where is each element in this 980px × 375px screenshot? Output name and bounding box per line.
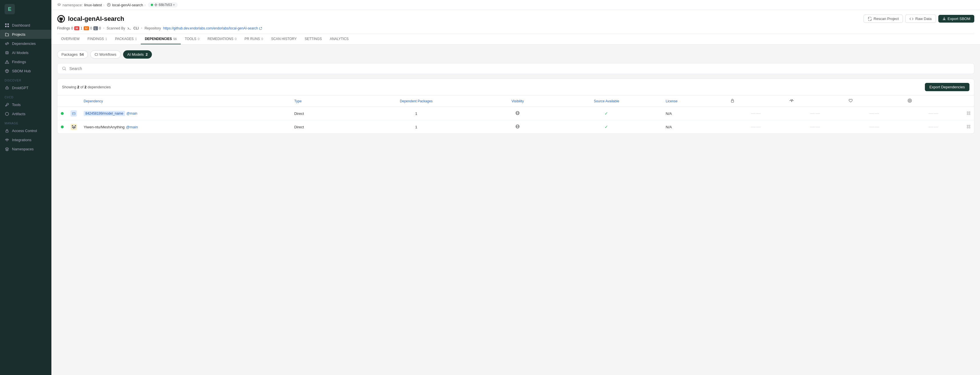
export-dependencies-button[interactable]: Export Dependencies bbox=[925, 83, 969, 91]
sidebar-item-findings[interactable]: Findings bbox=[0, 57, 51, 66]
row-expand[interactable] bbox=[963, 107, 974, 120]
tab-settings[interactable]: SETTINGS bbox=[301, 34, 326, 44]
meta-separator-1: • bbox=[103, 26, 104, 30]
sidebar-item-namespaces[interactable]: Namespaces bbox=[0, 144, 51, 153]
row-expand[interactable] bbox=[963, 120, 974, 134]
sidebar-nav: Dashboard Projects Dependencies AI Model… bbox=[0, 18, 51, 375]
sidebar-item-label: Findings bbox=[12, 60, 26, 64]
scanner-value: CLI bbox=[134, 26, 139, 30]
sub-tab-ci-workflows[interactable]: CI Workflows bbox=[90, 50, 121, 59]
col-pulse bbox=[786, 96, 845, 107]
tab-remediations[interactable]: REMEDIATIONS 0 bbox=[204, 34, 241, 44]
rescan-icon bbox=[868, 17, 872, 21]
dep-name-text: 842458199/model_name bbox=[84, 111, 125, 116]
search-box bbox=[57, 63, 974, 74]
col-license: License bbox=[662, 96, 727, 107]
tab-pr-runs[interactable]: PR RUNS 0 bbox=[240, 34, 267, 44]
tab-scan-history[interactable]: SCAN HISTORY bbox=[267, 34, 301, 44]
medium-badge: M bbox=[84, 26, 89, 30]
raw-data-button[interactable]: Raw Data bbox=[905, 14, 936, 23]
tab-findings[interactable]: FINDINGS 1 bbox=[83, 34, 111, 44]
project-github-icon bbox=[57, 15, 65, 23]
sidebar-item-ai-models[interactable]: AI Models bbox=[0, 48, 51, 57]
export-sbom-button[interactable]: Export SBOM bbox=[938, 15, 974, 22]
search-input[interactable] bbox=[69, 66, 969, 71]
svg-rect-2 bbox=[5, 26, 6, 27]
manage-section-label: MANAGE bbox=[0, 118, 51, 126]
sidebar-item-tools[interactable]: Tools bbox=[0, 100, 51, 109]
sub-tab-packages[interactable]: Packages 54 bbox=[57, 50, 88, 59]
sidebar-item-droidgpt[interactable]: DroidGPT bbox=[0, 83, 51, 92]
plug-icon bbox=[5, 137, 9, 142]
header-actions: Rescan Project Raw Data Export SBOM bbox=[864, 14, 974, 23]
row-visibility bbox=[485, 107, 551, 120]
row-type: Direct bbox=[291, 120, 348, 134]
sidebar-item-dependencies[interactable]: Dependencies bbox=[0, 39, 51, 48]
svg-rect-21 bbox=[969, 112, 970, 113]
repository-link[interactable]: https://github.dev.endorlabs.com/endorla… bbox=[163, 26, 262, 30]
dashboard-icon bbox=[5, 23, 9, 27]
sidebar-item-label: Dashboard bbox=[12, 23, 30, 27]
tab-packages[interactable]: PACKAGES 1 bbox=[111, 34, 141, 44]
status-dot bbox=[61, 112, 64, 115]
tab-label: FINDINGS bbox=[88, 37, 103, 41]
row-status bbox=[57, 107, 67, 120]
export-deps-label: Export Dependencies bbox=[929, 85, 965, 89]
row-pulse-val: —— bbox=[786, 120, 845, 134]
commit-badge[interactable]: 68b7b53 ▾ bbox=[148, 2, 178, 8]
svg-rect-20 bbox=[967, 112, 968, 113]
tab-overview[interactable]: OVERVIEW bbox=[57, 34, 83, 44]
row-dep-pkgs: 1 bbox=[348, 107, 485, 120]
sidebar-item-dashboard[interactable]: Dashboard bbox=[0, 21, 51, 30]
tab-count: 0 bbox=[261, 37, 263, 41]
dep-icon-box bbox=[70, 110, 77, 116]
svg-rect-17 bbox=[72, 112, 75, 115]
sidebar-item-access-control[interactable]: Access Control bbox=[0, 126, 51, 135]
col-status bbox=[57, 96, 67, 107]
showing-total: 2 bbox=[84, 85, 86, 89]
tab-analytics[interactable]: ANALYTICS bbox=[326, 34, 353, 44]
svg-rect-27 bbox=[969, 125, 970, 126]
col-type: Type bbox=[291, 96, 348, 107]
box-icon bbox=[5, 69, 9, 73]
dependencies-table-card: Showing 2 of 2 dependencies Export Depen… bbox=[57, 78, 974, 134]
sidebar-item-integrations[interactable]: Integrations bbox=[0, 135, 51, 144]
table-row: 842458199/model_name@main Direct 1 ✓ N/A… bbox=[57, 107, 974, 120]
layers-breadcrumb-icon bbox=[57, 3, 61, 7]
tab-tools[interactable]: TOOLS 0 bbox=[181, 34, 204, 44]
dep-box-icon bbox=[72, 112, 76, 115]
svg-point-9 bbox=[108, 4, 109, 4]
sidebar-item-projects[interactable]: Projects bbox=[0, 30, 51, 39]
row-type: Direct bbox=[291, 107, 348, 120]
meta-separator-2: • bbox=[141, 26, 142, 30]
sub-tab-ai-models[interactable]: AI Models 2 bbox=[123, 50, 152, 59]
tab-label: SETTINGS bbox=[305, 37, 322, 41]
external-link-icon bbox=[259, 27, 262, 30]
commit-status-dot bbox=[151, 4, 153, 6]
tab-label: ANALYTICS bbox=[330, 37, 348, 41]
sidebar-item-sbom-hub[interactable]: SBOM Hub bbox=[0, 66, 51, 75]
repo-breadcrumb[interactable]: local-genAI-search › bbox=[107, 3, 146, 7]
namespace-value: linux-latest bbox=[84, 3, 102, 7]
svg-rect-13 bbox=[731, 101, 734, 102]
commit-hash: 68b7b53 bbox=[159, 3, 172, 7]
col-icon bbox=[67, 96, 80, 107]
rescan-button[interactable]: Rescan Project bbox=[864, 14, 903, 23]
sub-tab-label: Packages bbox=[61, 52, 78, 57]
tab-dependencies[interactable]: DEPENDENCIES 56 bbox=[141, 34, 181, 44]
tab-count: 56 bbox=[173, 37, 177, 41]
namespace-breadcrumb[interactable]: namespace: linux-latest › bbox=[57, 3, 105, 7]
tab-label: SCAN HISTORY bbox=[271, 37, 297, 41]
row-source-available: ✓ bbox=[551, 107, 662, 120]
sidebar-item-artifacts[interactable]: Artifacts bbox=[0, 109, 51, 118]
dep-icon-box: 🐼 bbox=[70, 124, 77, 130]
dep-name-link[interactable]: Yiwen-ntu/MeshAnything@main bbox=[84, 125, 287, 129]
dep-name-link[interactable]: 842458199/model_name@main bbox=[84, 111, 287, 116]
col-heart bbox=[845, 96, 904, 107]
repo-chevron: › bbox=[145, 3, 146, 6]
code-icon bbox=[910, 17, 913, 21]
sidebar-item-label: DroidGPT bbox=[12, 86, 29, 90]
tab-count: 1 bbox=[135, 37, 137, 41]
svg-rect-1 bbox=[8, 24, 9, 25]
table-header: Showing 2 of 2 dependencies Export Depen… bbox=[57, 79, 974, 96]
